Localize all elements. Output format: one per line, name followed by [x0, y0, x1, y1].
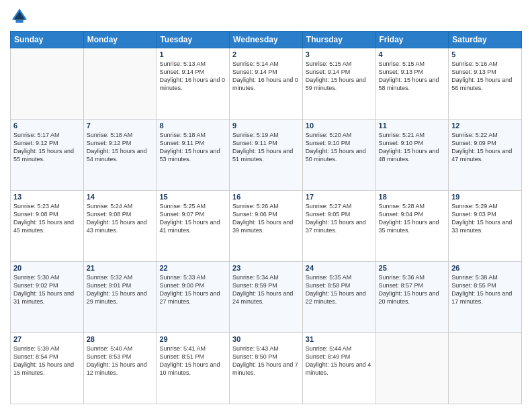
col-header-monday: Monday [83, 32, 157, 48]
cell-info: Sunrise: 5:17 AMSunset: 9:12 PMDaylight:… [13, 131, 81, 164]
calendar-cell: 10Sunrise: 5:20 AMSunset: 9:10 PMDayligh… [302, 120, 375, 191]
calendar-cell: 6Sunrise: 5:17 AMSunset: 9:12 PMDaylight… [11, 120, 84, 191]
calendar-cell: 27Sunrise: 5:39 AMSunset: 8:54 PMDayligh… [11, 333, 84, 404]
day-number: 9 [232, 122, 300, 130]
day-number: 24 [306, 264, 373, 272]
cell-info: Sunrise: 5:18 AMSunset: 9:12 PMDaylight:… [87, 131, 154, 164]
col-header-sunday: Sunday [11, 32, 84, 48]
day-number: 17 [306, 193, 373, 201]
page: SundayMondayTuesdayWednesdayThursdayFrid… [0, 0, 532, 411]
cell-info: Sunrise: 5:16 AMSunset: 9:13 PMDaylight:… [451, 60, 519, 93]
calendar-week-row: 27Sunrise: 5:39 AMSunset: 8:54 PMDayligh… [11, 333, 522, 404]
header [10, 7, 522, 26]
day-number: 12 [451, 122, 519, 130]
day-number: 15 [159, 193, 226, 201]
day-number: 13 [13, 193, 81, 201]
cell-info: Sunrise: 5:15 AMSunset: 9:14 PMDaylight:… [306, 60, 373, 93]
col-header-wednesday: Wednesday [230, 32, 303, 48]
calendar-cell: 14Sunrise: 5:24 AMSunset: 9:08 PMDayligh… [83, 191, 157, 262]
cell-info: Sunrise: 5:13 AMSunset: 9:14 PMDaylight:… [159, 60, 226, 93]
cell-info: Sunrise: 5:29 AMSunset: 9:03 PMDaylight:… [451, 202, 519, 235]
cell-info: Sunrise: 5:44 AMSunset: 8:49 PMDaylight:… [306, 345, 373, 377]
cell-info: Sunrise: 5:23 AMSunset: 9:08 PMDaylight:… [13, 202, 81, 235]
calendar-table: SundayMondayTuesdayWednesdayThursdayFrid… [10, 31, 522, 404]
calendar-week-row: 20Sunrise: 5:30 AMSunset: 9:02 PMDayligh… [11, 262, 522, 333]
day-number: 10 [306, 122, 373, 130]
calendar-cell: 31Sunrise: 5:44 AMSunset: 8:49 PMDayligh… [302, 333, 375, 404]
calendar-cell: 3Sunrise: 5:15 AMSunset: 9:14 PMDaylight… [302, 48, 375, 120]
col-header-friday: Friday [375, 32, 449, 48]
cell-info: Sunrise: 5:26 AMSunset: 9:06 PMDaylight:… [232, 202, 300, 235]
calendar-cell: 2Sunrise: 5:14 AMSunset: 9:14 PMDaylight… [230, 48, 303, 120]
calendar-cell: 4Sunrise: 5:15 AMSunset: 9:13 PMDaylight… [375, 48, 449, 120]
calendar-week-row: 13Sunrise: 5:23 AMSunset: 9:08 PMDayligh… [11, 191, 522, 262]
calendar-cell: 30Sunrise: 5:43 AMSunset: 8:50 PMDayligh… [230, 333, 303, 404]
calendar-week-row: 6Sunrise: 5:17 AMSunset: 9:12 PMDaylight… [11, 120, 522, 191]
day-number: 3 [306, 50, 373, 58]
day-number: 19 [451, 193, 519, 201]
day-number: 18 [379, 193, 446, 201]
cell-info: Sunrise: 5:25 AMSunset: 9:07 PMDaylight:… [159, 202, 226, 235]
calendar-header-row: SundayMondayTuesdayWednesdayThursdayFrid… [11, 32, 522, 48]
cell-info: Sunrise: 5:43 AMSunset: 8:50 PMDaylight:… [232, 345, 300, 377]
cell-info: Sunrise: 5:24 AMSunset: 9:08 PMDaylight:… [87, 202, 154, 235]
day-number: 20 [13, 264, 81, 272]
day-number: 6 [13, 122, 81, 130]
day-number: 2 [232, 50, 300, 58]
calendar-cell [11, 48, 84, 120]
cell-info: Sunrise: 5:41 AMSunset: 8:51 PMDaylight:… [159, 345, 226, 377]
cell-info: Sunrise: 5:15 AMSunset: 9:13 PMDaylight:… [379, 60, 446, 93]
calendar-cell [375, 333, 449, 404]
cell-info: Sunrise: 5:30 AMSunset: 9:02 PMDaylight:… [13, 273, 81, 306]
day-number: 5 [451, 50, 519, 58]
day-number: 1 [159, 50, 226, 58]
day-number: 21 [87, 264, 154, 272]
day-number: 27 [13, 335, 81, 343]
cell-info: Sunrise: 5:28 AMSunset: 9:04 PMDaylight:… [379, 202, 446, 235]
calendar-cell: 22Sunrise: 5:33 AMSunset: 9:00 PMDayligh… [157, 262, 230, 333]
day-number: 14 [87, 193, 154, 201]
cell-info: Sunrise: 5:34 AMSunset: 8:59 PMDaylight:… [232, 273, 300, 306]
calendar-cell: 24Sunrise: 5:35 AMSunset: 8:58 PMDayligh… [302, 262, 375, 333]
calendar-cell: 7Sunrise: 5:18 AMSunset: 9:12 PMDaylight… [83, 120, 157, 191]
day-number: 7 [87, 122, 154, 130]
calendar-cell: 9Sunrise: 5:19 AMSunset: 9:11 PMDaylight… [230, 120, 303, 191]
calendar-cell: 11Sunrise: 5:21 AMSunset: 9:10 PMDayligh… [375, 120, 449, 191]
cell-info: Sunrise: 5:33 AMSunset: 9:00 PMDaylight:… [159, 273, 226, 306]
cell-info: Sunrise: 5:32 AMSunset: 9:01 PMDaylight:… [87, 273, 154, 306]
day-number: 26 [451, 264, 519, 272]
calendar-week-row: 1Sunrise: 5:13 AMSunset: 9:14 PMDaylight… [11, 48, 522, 120]
day-number: 23 [232, 264, 300, 272]
calendar-cell: 5Sunrise: 5:16 AMSunset: 9:13 PMDaylight… [449, 48, 522, 120]
cell-info: Sunrise: 5:22 AMSunset: 9:09 PMDaylight:… [451, 131, 519, 164]
calendar-cell: 16Sunrise: 5:26 AMSunset: 9:06 PMDayligh… [230, 191, 303, 262]
day-number: 30 [232, 335, 300, 343]
day-number: 22 [159, 264, 226, 272]
calendar-cell: 19Sunrise: 5:29 AMSunset: 9:03 PMDayligh… [449, 191, 522, 262]
day-number: 28 [87, 335, 154, 343]
cell-info: Sunrise: 5:35 AMSunset: 8:58 PMDaylight:… [306, 273, 373, 306]
cell-info: Sunrise: 5:21 AMSunset: 9:10 PMDaylight:… [379, 131, 446, 164]
calendar-cell: 15Sunrise: 5:25 AMSunset: 9:07 PMDayligh… [157, 191, 230, 262]
day-number: 11 [379, 122, 446, 130]
calendar-cell: 23Sunrise: 5:34 AMSunset: 8:59 PMDayligh… [230, 262, 303, 333]
calendar-cell: 25Sunrise: 5:36 AMSunset: 8:57 PMDayligh… [375, 262, 449, 333]
day-number: 16 [232, 193, 300, 201]
day-number: 31 [306, 335, 373, 343]
col-header-thursday: Thursday [302, 32, 375, 48]
day-number: 4 [379, 50, 446, 58]
calendar-cell: 26Sunrise: 5:38 AMSunset: 8:55 PMDayligh… [449, 262, 522, 333]
cell-info: Sunrise: 5:20 AMSunset: 9:10 PMDaylight:… [306, 131, 373, 164]
day-number: 8 [159, 122, 226, 130]
cell-info: Sunrise: 5:39 AMSunset: 8:54 PMDaylight:… [13, 345, 81, 377]
calendar-cell: 20Sunrise: 5:30 AMSunset: 9:02 PMDayligh… [11, 262, 84, 333]
calendar-cell: 21Sunrise: 5:32 AMSunset: 9:01 PMDayligh… [83, 262, 157, 333]
cell-info: Sunrise: 5:36 AMSunset: 8:57 PMDaylight:… [379, 273, 446, 306]
cell-info: Sunrise: 5:19 AMSunset: 9:11 PMDaylight:… [232, 131, 300, 164]
calendar-cell: 13Sunrise: 5:23 AMSunset: 9:08 PMDayligh… [11, 191, 84, 262]
calendar-cell [83, 48, 157, 120]
day-number: 25 [379, 264, 446, 272]
cell-info: Sunrise: 5:38 AMSunset: 8:55 PMDaylight:… [451, 273, 519, 306]
calendar-cell [449, 333, 522, 404]
calendar-cell: 1Sunrise: 5:13 AMSunset: 9:14 PMDaylight… [157, 48, 230, 120]
